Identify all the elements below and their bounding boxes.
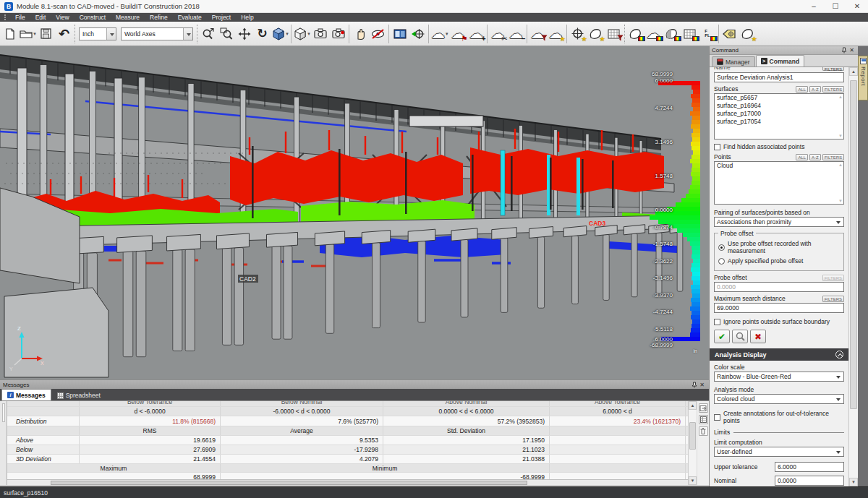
menu-evaluate[interactable]: Evaluate xyxy=(173,14,207,21)
touch-select-button[interactable] xyxy=(351,24,369,43)
surface-item[interactable]: surface_p5657 xyxy=(715,94,843,102)
open-dropdown-icon[interactable]: ▾ xyxy=(33,31,36,37)
table-row[interactable]: Above19.66199.535317.1950 xyxy=(7,436,688,445)
pairing-select[interactable]: Associations then proximity xyxy=(714,217,844,227)
axes-combo[interactable]: World Axes xyxy=(121,27,193,40)
listbox-scroll-icon[interactable]: ▲ xyxy=(838,95,843,99)
color-scale-select[interactable]: Rainbow - Blue-Green-Red xyxy=(714,372,844,382)
delete-button[interactable] xyxy=(699,426,708,436)
points-listbox[interactable]: Cloud▲▼ xyxy=(714,161,844,205)
max-search-field[interactable]: 69.0000 xyxy=(714,303,844,313)
menu-help[interactable]: Help xyxy=(236,14,258,21)
table-row[interactable]: d < -6.0000-6.0000 < d < 0.00000.0000 < … xyxy=(7,407,688,416)
pan-button[interactable] xyxy=(235,24,253,43)
upper-tolerance-field[interactable]: 6.0000 xyxy=(775,462,844,472)
target-feature-button[interactable]: ★ xyxy=(569,24,587,43)
panel-scroll-down-icon[interactable]: ▼ xyxy=(849,478,858,486)
menu-construct[interactable]: Construct xyxy=(75,14,111,21)
menu-edit[interactable]: Edit xyxy=(30,14,51,21)
points-filters-button[interactable]: FILTERS xyxy=(822,154,844,160)
listbox-scroll-icon[interactable]: ▼ xyxy=(838,199,843,203)
surface-item[interactable]: surface_p17000 xyxy=(715,110,843,118)
preview-button[interactable] xyxy=(732,330,748,343)
limit-computation-select[interactable]: User-defined xyxy=(714,447,844,457)
snapshot-camera-button[interactable] xyxy=(311,24,329,43)
points-all-button[interactable]: ALL xyxy=(796,154,808,160)
section-colormap-button[interactable] xyxy=(663,24,681,43)
cloud-feature-button[interactable]: ☁★ xyxy=(547,24,565,43)
menu-file[interactable]: File xyxy=(10,14,30,21)
viewport-3d[interactable]: CAD2 CAD3 Z X Y 68.99996.00004 xyxy=(0,46,709,379)
viewport-3d-scene[interactable]: CAD2 CAD3 Z X Y xyxy=(0,46,709,379)
nominal-field[interactable]: 0.0000 xyxy=(775,476,844,486)
close-button[interactable]: ✕ xyxy=(846,0,868,12)
table-row[interactable]: 3D Deviation21.45544.207921.0388 xyxy=(7,455,688,464)
surfaces-az-button[interactable]: A-Z xyxy=(809,86,821,93)
analysis-name-field[interactable]: Surface Deviation Analysis1 xyxy=(714,72,844,82)
menu-project[interactable]: Project xyxy=(207,14,236,21)
view-cube-button[interactable]: ▾ xyxy=(271,24,289,43)
tab-manager[interactable]: Manager xyxy=(712,56,755,66)
analysis-mode-select[interactable]: Colored cloud xyxy=(714,394,844,404)
surfaces-listbox[interactable]: surface_p5657surface_p16964surface_p1700… xyxy=(714,93,844,139)
axes-combo-arrow-icon[interactable] xyxy=(183,28,192,40)
probe-specified-radio[interactable] xyxy=(718,258,725,265)
cloud-add-button[interactable]: ☁+ xyxy=(467,24,485,43)
table-row[interactable]: Below27.6909-17.929821.1023 xyxy=(7,445,688,455)
table-row[interactable]: MaximumMinimum xyxy=(7,464,688,473)
cloud-cut-button[interactable]: ☁✂ xyxy=(489,24,507,43)
find-hidden-checkbox[interactable] xyxy=(714,144,720,150)
ffl-colormap-button[interactable]: F FL xyxy=(699,24,717,43)
record-camera-button[interactable] xyxy=(329,24,347,43)
cloud-filter-button[interactable]: ☁ xyxy=(529,24,547,43)
command-pin-icon[interactable] xyxy=(840,47,848,54)
view-cube-dropdown-icon[interactable]: ▾ xyxy=(286,31,289,37)
command-panel-scrollbar[interactable]: ▲ ▼ xyxy=(848,67,858,486)
max-search-filters-button[interactable]: FILTERS xyxy=(822,296,844,302)
unit-combo[interactable]: Inch xyxy=(79,27,116,40)
messages-vertical-scrollbar[interactable]: ▲ ▼ xyxy=(688,401,697,485)
grid-filter-button[interactable] xyxy=(605,24,623,43)
analysis-display-header[interactable]: Analysis Display xyxy=(710,348,848,361)
display-mode-dropdown-icon[interactable]: ▾ xyxy=(307,31,310,37)
cloud-subtract-button[interactable]: ☁− xyxy=(507,24,525,43)
panel-scroll-up-icon[interactable]: ▲ xyxy=(849,67,858,76)
tag-target-button[interactable] xyxy=(720,24,739,43)
new-document-button[interactable] xyxy=(1,24,19,43)
listbox-scroll-icon[interactable]: ▲ xyxy=(838,163,843,167)
zoom-extents-button[interactable] xyxy=(199,24,217,43)
hide-entities-button[interactable] xyxy=(369,24,387,43)
command-close-icon[interactable]: ✕ xyxy=(848,47,856,54)
messages-gutter[interactable] xyxy=(0,401,7,485)
surfaces-all-button[interactable]: ALL xyxy=(796,86,808,93)
rotate-view-button[interactable]: ↻ xyxy=(253,24,271,43)
menu-view[interactable]: View xyxy=(51,14,74,21)
surface-item[interactable]: surface_p16964 xyxy=(715,102,843,110)
tab-command[interactable]: > Command xyxy=(756,55,805,66)
messages-horizontal-scrollbar[interactable] xyxy=(7,479,688,485)
minimize-button[interactable]: – xyxy=(803,0,825,12)
collapse-icon[interactable] xyxy=(835,351,843,359)
points-item[interactable]: Cloud xyxy=(715,162,843,170)
recenter-view-button[interactable] xyxy=(409,24,427,43)
surfaces-filters-button[interactable]: FILTERS xyxy=(822,86,844,93)
apply-button[interactable]: ✔ xyxy=(714,330,730,343)
cloud-tools-dropdown-icon[interactable]: ▾ xyxy=(446,31,448,37)
image-pair-button[interactable] xyxy=(391,24,409,43)
scroll-up-icon[interactable]: ▲ xyxy=(689,401,697,410)
tab-messages[interactable]: i Messages xyxy=(1,389,51,400)
cloud-colormap-button[interactable]: ☁ xyxy=(644,24,663,43)
cloud-tools-button[interactable]: ☁▾ xyxy=(430,24,449,43)
surface-colormap-button[interactable] xyxy=(626,24,644,43)
menu-measure[interactable]: Measure xyxy=(111,14,145,21)
cloud-register-button[interactable]: ☁⚑ xyxy=(449,24,467,43)
open-button[interactable]: ▾ xyxy=(19,24,37,43)
messages-close-icon[interactable]: ✕ xyxy=(698,381,706,388)
unit-combo-arrow-icon[interactable] xyxy=(106,28,116,40)
grid-colormap-button[interactable] xyxy=(681,24,699,43)
report-tab[interactable]: Report xyxy=(858,56,868,100)
cancel-button[interactable]: ✖ xyxy=(750,330,766,343)
surface-item[interactable]: surface_p17054 xyxy=(715,118,843,126)
messages-pin-icon[interactable] xyxy=(690,381,698,388)
save-button[interactable] xyxy=(37,24,55,43)
